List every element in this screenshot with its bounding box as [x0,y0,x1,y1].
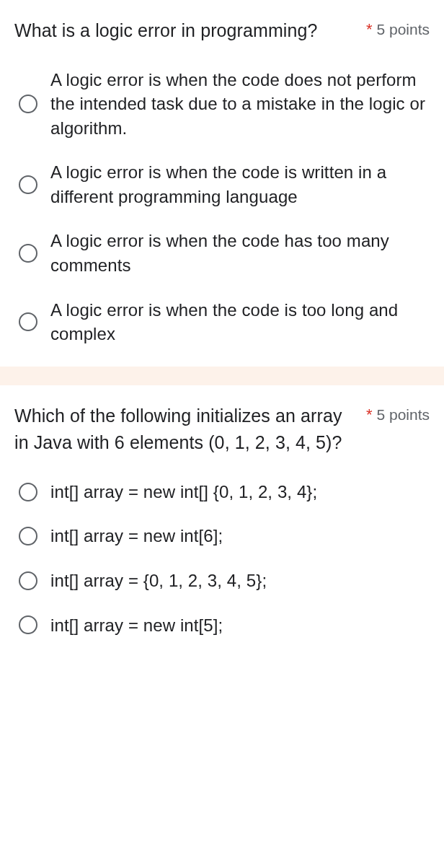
radio-icon[interactable] [19,312,37,331]
radio-icon[interactable] [19,527,37,545]
question-header: What is a logic error in programming? * … [14,17,430,45]
required-star: * [366,20,373,39]
question-header: Which of the following initializes an ar… [14,403,430,457]
option-label: A logic error is when the code has too m… [50,229,430,277]
options-list: A logic error is when the code does not … [14,68,430,346]
radio-icon[interactable] [19,483,37,501]
option-row[interactable]: A logic error is when the code does not … [19,68,430,141]
required-star: * [366,405,373,424]
option-row[interactable]: int[] array = new int[5]; [19,613,430,638]
option-label: int[] array = new int[6]; [50,524,223,548]
required-points: * 5 points [366,403,430,424]
option-label: A logic error is when the code is too lo… [50,298,430,346]
option-row[interactable]: A logic error is when the code is too lo… [19,298,430,346]
radio-icon[interactable] [19,615,37,634]
option-label: A logic error is when the code does not … [50,68,430,141]
points-label: 5 points [376,21,430,38]
option-row[interactable]: int[] array = new int[6]; [19,524,430,548]
option-row[interactable]: int[] array = new int[] {0, 1, 2, 3, 4}; [19,480,430,504]
option-row[interactable]: A logic error is when the code is writte… [19,160,430,209]
option-row[interactable]: A logic error is when the code has too m… [19,229,430,277]
option-label: int[] array = new int[] {0, 1, 2, 3, 4}; [50,480,317,504]
points-label: 5 points [376,406,430,424]
options-list: int[] array = new int[] {0, 1, 2, 3, 4};… [14,480,430,637]
radio-icon[interactable] [19,244,37,263]
question-text: Which of the following initializes an ar… [14,403,360,457]
radio-icon[interactable] [19,95,37,113]
required-points: * 5 points [366,17,430,39]
option-label: A logic error is when the code is writte… [50,160,430,209]
option-label: int[] array = new int[5]; [50,613,223,638]
question-block-1: What is a logic error in programming? * … [0,0,444,367]
option-label: int[] array = {0, 1, 2, 3, 4, 5}; [50,569,267,593]
radio-icon[interactable] [19,175,37,194]
question-block-2: Which of the following initializes an ar… [0,385,444,657]
section-divider [0,367,444,385]
question-text: What is a logic error in programming? [14,17,360,45]
option-row[interactable]: int[] array = {0, 1, 2, 3, 4, 5}; [19,569,430,593]
radio-icon[interactable] [19,571,37,590]
